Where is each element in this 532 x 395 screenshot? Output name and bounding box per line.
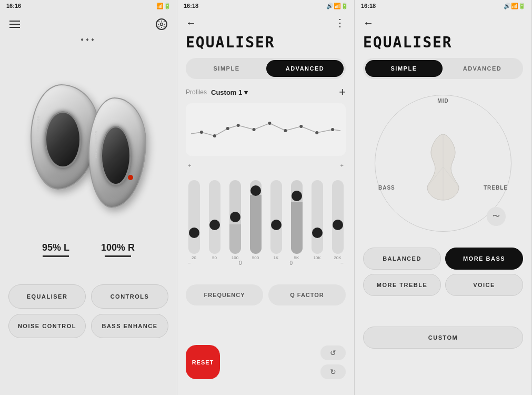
main-buttons-grid: EQUALISER CONTROLS NOISE CONTROL BASS EN…	[8, 284, 168, 338]
tab-simple-3[interactable]: SIMPLE	[365, 60, 443, 77]
eq-title-3: EQUALISER	[363, 34, 453, 51]
add-profile-button[interactable]: +	[339, 85, 346, 99]
time-3: 16:18	[361, 3, 376, 9]
tab-row-2: SIMPLE ADVANCED	[186, 58, 346, 79]
back-button-2[interactable]: ←	[186, 17, 196, 29]
bass-enhance-button[interactable]: BASS ENHANCE	[91, 314, 168, 338]
status-icons-3: 🔊📶🔋	[504, 3, 526, 9]
earbud-right: NOTHING ◆ ear	[88, 97, 146, 208]
time-2: 16:18	[184, 3, 198, 9]
label-bass: BASS	[378, 185, 395, 191]
sliders-top-labels: + +	[183, 162, 349, 169]
preset-balanced[interactable]: BALANCED	[363, 248, 441, 270]
earbuds-container: NOTHING ◆ ear NOTHING ◆ ear	[0, 53, 177, 232]
reset-button[interactable]: RESET	[186, 345, 220, 379]
slider-100hz[interactable]: 100	[226, 171, 244, 260]
preset-voice[interactable]: VOICE	[445, 274, 523, 296]
svg-point-3	[213, 134, 216, 137]
undo-redo-area: ↺ ↻	[320, 345, 346, 379]
slider-20k[interactable]: 20K	[329, 171, 346, 260]
slider-20hz[interactable]: 20	[185, 171, 203, 260]
waveform-icon[interactable]: 〜	[487, 207, 506, 226]
tab-advanced-3[interactable]: ADVANCED	[444, 60, 521, 77]
battery-left: 95% L	[42, 242, 69, 257]
tab-simple-2[interactable]: SIMPLE	[188, 60, 265, 77]
controls-button[interactable]: CONTROLS	[91, 284, 168, 309]
profiles-row: Profiles Custom 1 ▾ +	[186, 85, 346, 99]
svg-point-4	[226, 127, 229, 130]
preset-custom[interactable]: CUSTOM	[363, 327, 523, 349]
sliders-bottom-labels: − 0 0 −	[183, 260, 349, 266]
slider-5k[interactable]: 5K	[288, 171, 305, 260]
chevron-down-icon: ▾	[244, 88, 248, 96]
sliders-container: 20 50 100 500	[183, 171, 349, 260]
svg-point-5	[237, 124, 240, 127]
battery-bar-left	[43, 255, 69, 257]
tab-row-3: SIMPLE ADVANCED	[363, 58, 523, 79]
slider-500hz[interactable]: 500	[247, 171, 264, 260]
preset-more-treble[interactable]: MORE TREBLE	[363, 274, 441, 296]
svg-point-7	[268, 122, 271, 125]
label-mid: MID	[437, 98, 448, 104]
settings-icon[interactable]	[156, 18, 167, 30]
slider-1k[interactable]: 1K	[267, 171, 285, 260]
eq-graph	[186, 103, 346, 156]
svg-rect-1	[186, 103, 346, 156]
battery-right: 100% R	[101, 242, 135, 257]
custom-btn-area: CUSTOM	[363, 327, 523, 349]
more-menu-2[interactable]: ⋮	[335, 16, 346, 29]
time-1: 16:16	[6, 3, 21, 9]
slider-10k[interactable]: 10K	[308, 171, 326, 260]
radial-area: MID BASS TREBLE 〜	[363, 84, 523, 242]
nav-bar-2: ← ⋮	[177, 12, 354, 34]
svg-point-0	[160, 23, 163, 26]
nav-bar-3: ←	[355, 12, 531, 34]
equaliser-button[interactable]: EQUALISER	[8, 284, 86, 309]
redo-button[interactable]: ↻	[320, 364, 346, 379]
frequency-button[interactable]: FREQUENCY	[186, 284, 263, 305]
logo-text: ♦♦♦	[81, 37, 96, 43]
svg-point-2	[200, 131, 203, 134]
back-button-3[interactable]: ←	[363, 17, 374, 29]
freq-factor-row: FREQUENCY Q FACTOR	[186, 284, 346, 305]
svg-point-10	[315, 131, 318, 134]
radial-circle: MID BASS TREBLE 〜	[375, 95, 511, 232]
svg-point-8	[284, 129, 287, 132]
tab-advanced-2[interactable]: ADVANCED	[266, 60, 344, 77]
svg-point-6	[253, 128, 256, 131]
battery-area: 95% L 100% R	[0, 242, 177, 257]
hamburger-menu[interactable]	[9, 21, 20, 28]
status-bar-3: 16:18 🔊📶🔋	[355, 0, 532, 12]
preset-more-bass[interactable]: MORE BASS	[445, 248, 523, 270]
status-bar-2: 16:18 🔊📶🔋	[177, 0, 355, 12]
eq-sliders-area: + + 20 50 100	[183, 162, 349, 278]
battery-bar-right	[105, 255, 131, 257]
preset-buttons: BALANCED MORE BASS MORE TREBLE VOICE	[363, 248, 523, 296]
profile-selector[interactable]: Custom 1 ▾	[211, 88, 248, 96]
undo-button[interactable]: ↺	[320, 345, 346, 360]
top-bar-1	[0, 12, 177, 37]
noise-control-button[interactable]: NOISE CONTROL	[8, 314, 86, 338]
status-icons-1: 📶🔋	[156, 3, 171, 9]
status-bar-1: 16:16 📶🔋	[0, 0, 177, 12]
svg-point-9	[299, 125, 303, 128]
status-icons-2: 🔊📶🔋	[326, 3, 348, 9]
profiles-label: Profiles	[186, 88, 207, 96]
slider-50hz[interactable]: 50	[206, 171, 223, 260]
q-factor-button[interactable]: Q FACTOR	[268, 284, 346, 305]
logo-area: ♦♦♦	[81, 37, 96, 43]
eq-title-2: EQUALISER	[186, 34, 275, 51]
label-treble: TREBLE	[484, 185, 508, 191]
svg-point-11	[331, 128, 334, 131]
